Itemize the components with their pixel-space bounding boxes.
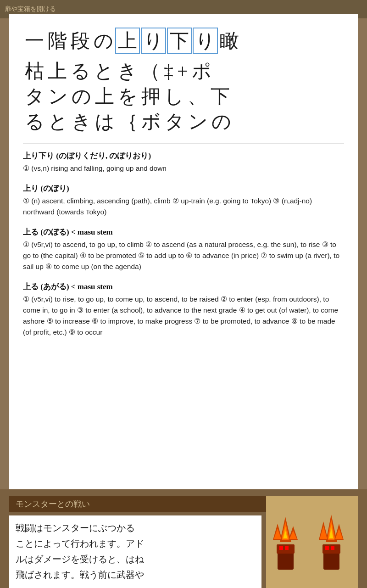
k2-3: る bbox=[71, 59, 90, 84]
k3-5: を bbox=[118, 84, 138, 109]
highlighted-char-2: り bbox=[141, 28, 166, 54]
bottom-image bbox=[266, 496, 358, 588]
highlighted-char-1: 上 bbox=[115, 28, 140, 54]
k4-8: ン bbox=[188, 109, 208, 134]
k3-4: 上 bbox=[95, 84, 114, 109]
k2-4: と bbox=[94, 59, 114, 84]
entry-4-body: ① (v5r,vi) to rise, to go up, to come up… bbox=[23, 294, 344, 338]
entry-3: 上る (のぼる) < masu stem ① (v5r,vi) to ascen… bbox=[23, 227, 344, 272]
kanji-ichi: 一 bbox=[25, 28, 44, 54]
entry-4-title: 上る (あがる) < masu stem bbox=[23, 281, 344, 292]
k2-7: ‡ bbox=[164, 59, 173, 84]
svg-rect-15 bbox=[325, 546, 329, 550]
k2-5: き bbox=[117, 59, 137, 84]
k4-3: き bbox=[72, 109, 91, 134]
kanji-line-1: 一 階 段 の 上 り 下 り 瞰 bbox=[23, 28, 344, 54]
bottom-line-3: ルはダメージを受けると、はね bbox=[16, 554, 144, 564]
k3-2: ン bbox=[48, 84, 68, 109]
entry-2-body: ① (n) ascent, climbing, ascending (path)… bbox=[23, 196, 344, 218]
k2-2: 上 bbox=[48, 59, 67, 84]
svg-rect-1 bbox=[278, 551, 294, 570]
bottom-line-4: 飛ばされます。戦う前に武器や bbox=[16, 570, 144, 580]
kanji-line-4: る と き は ｛ ボ タ ン の bbox=[23, 109, 344, 134]
highlighted-char-3: 下 bbox=[167, 28, 192, 54]
main-card: 一 階 段 の 上 り 下 り 瞰 枯 上 る と き （ ‡ + ポ タ ン … bbox=[9, 14, 358, 505]
k2-1: 枯 bbox=[25, 59, 44, 84]
k2-9: ポ bbox=[192, 59, 211, 84]
svg-rect-3 bbox=[279, 546, 283, 550]
entry-2-title: 上り (のぼり) bbox=[23, 183, 344, 194]
entry-4: 上る (あがる) < masu stem ① (v5r,vi) to rise,… bbox=[23, 281, 344, 338]
entry-1-title: 上り下り (のぼりくだり, のぼりおり) bbox=[23, 151, 344, 161]
k2-6: （ bbox=[141, 59, 160, 84]
k3-3: の bbox=[72, 84, 91, 109]
highlighted-word: 上 り 下 り bbox=[115, 28, 218, 54]
svg-rect-13 bbox=[323, 551, 339, 570]
k4-6: ボ bbox=[141, 109, 161, 134]
bottom-text: 戦闘はモンスターにぶつかる ことによって行われます。アド ルはダメージを受けると… bbox=[9, 515, 261, 588]
svg-rect-4 bbox=[285, 546, 289, 550]
dictionary-section: 上り下り (のぼりくだり, のぼりおり) ① (vs,n) rising and… bbox=[23, 143, 344, 338]
kanji-dan: 段 bbox=[71, 28, 90, 54]
k4-9: の bbox=[211, 109, 231, 134]
k2-8: + bbox=[177, 59, 188, 84]
k4-4: は bbox=[95, 109, 115, 134]
k3-8: 、 bbox=[188, 84, 207, 109]
k4-5: ｛ bbox=[118, 109, 138, 134]
kanji-line-2: 枯 上 る と き （ ‡ + ポ bbox=[23, 59, 344, 84]
k4-7: タ bbox=[165, 109, 184, 134]
highlighted-char-4: り bbox=[193, 28, 218, 54]
kanji-kan: 瞰 bbox=[220, 28, 239, 54]
bottom-section: モンスターとの戦い 戦闘はモンスターにぶつかる ことによって行われます。アド ル… bbox=[0, 489, 367, 588]
monster-sprite bbox=[268, 498, 356, 586]
entry-2: 上り (のぼり) ① (n) ascent, climbing, ascendi… bbox=[23, 183, 344, 218]
k4-2: と bbox=[48, 109, 68, 134]
k3-7: し bbox=[164, 84, 184, 109]
k3-9: 下 bbox=[211, 84, 230, 109]
svg-rect-16 bbox=[331, 546, 334, 550]
entry-3-title: 上る (のぼる) < masu stem bbox=[23, 227, 344, 237]
entry-1-body: ① (vs,n) rising and falling, going up an… bbox=[23, 163, 344, 174]
bottom-line-2: ことによって行われます。アド bbox=[16, 538, 144, 549]
k3-6: 押 bbox=[141, 84, 161, 109]
bottom-header: モンスターとの戦い bbox=[9, 496, 266, 512]
entry-3-body: ① (v5r,vi) to ascend, to go up, to climb… bbox=[23, 239, 344, 272]
kanji-kai: 階 bbox=[48, 28, 67, 54]
top-bar-text: 扉や宝箱を開ける bbox=[5, 5, 56, 13]
entry-1: 上り下り (のぼりくだり, のぼりおり) ① (vs,n) rising and… bbox=[23, 151, 344, 174]
k4-1: る bbox=[25, 109, 44, 134]
kanji-no: の bbox=[94, 28, 113, 54]
k3-1: タ bbox=[25, 84, 44, 109]
kanji-line-3: タ ン の 上 を 押 し 、 下 bbox=[23, 84, 344, 109]
bottom-line-1: 戦闘はモンスターにぶつかる bbox=[16, 523, 135, 533]
